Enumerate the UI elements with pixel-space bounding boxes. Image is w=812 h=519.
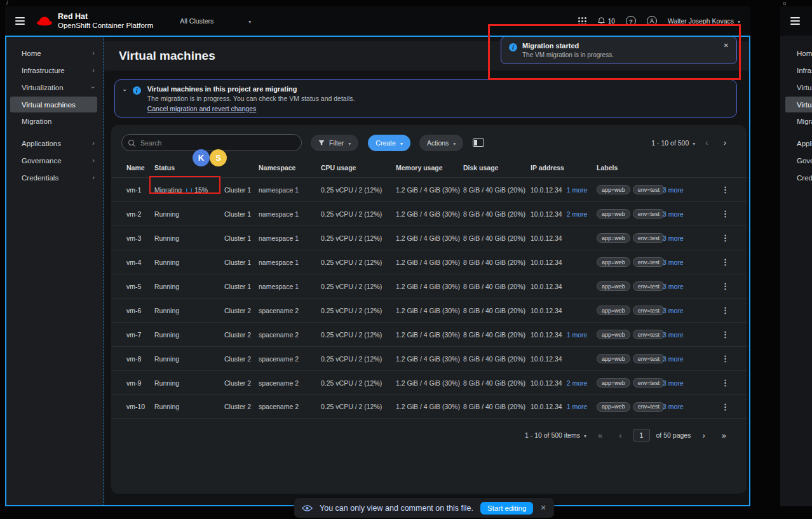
table-row[interactable]: vm-10RunningCluster 2spacename 20.25 vCP… xyxy=(111,394,747,419)
table-row[interactable]: vm-4RunningCluster 1namespace 10.25 vCPU… xyxy=(111,250,747,274)
sidebar-item-infrastructure[interactable]: Infrastructure xyxy=(780,62,812,79)
vm-name: vm-6 xyxy=(126,307,154,314)
kebab-menu-icon[interactable] xyxy=(719,185,731,194)
redhat-logo-icon xyxy=(36,16,53,26)
search-box[interactable] xyxy=(121,134,302,151)
sidebar-item-infrastructure[interactable]: Infrastructure xyxy=(5,62,104,79)
table-row[interactable]: vm-1Migrating15%Cluster 1namespace 10.25… xyxy=(111,177,747,201)
sidebar-item-applications[interactable]: Applications xyxy=(780,135,812,152)
sidebar-item-applications[interactable]: Applications xyxy=(5,135,104,152)
sidebar-item-virtual-machines[interactable]: Virtual machines xyxy=(785,97,812,112)
pagination-range-dropdown[interactable]: 1 - 10 of 500 xyxy=(651,139,695,147)
user-menu[interactable]: Walter Joseph Kovacs xyxy=(668,17,740,25)
labels-more-link[interactable]: 3 more xyxy=(663,186,698,194)
hamburger-menu-icon[interactable] xyxy=(15,17,25,25)
next-page-icon[interactable] xyxy=(719,138,731,147)
ip-more-link[interactable]: 1 more xyxy=(567,403,588,410)
help-icon[interactable] xyxy=(626,16,636,26)
filter-button[interactable]: Filter xyxy=(311,135,358,151)
table-row[interactable]: vm-2RunningCluster 1namespace 10.25 vCPU… xyxy=(111,201,747,226)
sidebar-item-home[interactable]: Home xyxy=(5,44,104,62)
table-row[interactable]: vm-8RunningCluster 2spacename 20.25 vCPU… xyxy=(111,346,747,370)
hamburger-menu-icon[interactable] xyxy=(790,17,800,25)
vm-ip-cell: 10.0.12.341 more xyxy=(531,186,597,194)
vm-status-text: Running xyxy=(154,283,179,290)
page-number-input[interactable] xyxy=(633,429,650,441)
sidebar-item-governance[interactable]: Governance xyxy=(5,152,104,169)
avatar[interactable]: S xyxy=(210,149,227,166)
kebab-menu-icon[interactable] xyxy=(719,378,731,388)
cluster-selector-dropdown[interactable]: All Clusters xyxy=(180,17,251,25)
sidebar-item-home[interactable]: Home xyxy=(780,44,812,62)
prev-page-icon[interactable] xyxy=(614,431,626,440)
labels-more-link[interactable]: 3 more xyxy=(663,379,698,387)
close-icon[interactable] xyxy=(540,504,546,512)
actions-button[interactable]: Actions xyxy=(419,135,463,151)
kebab-menu-icon[interactable] xyxy=(719,402,731,412)
labels-more-link[interactable]: 3 more xyxy=(663,259,698,266)
sidebar-item-virtualization[interactable]: Virtualization xyxy=(780,79,812,96)
avatar[interactable]: K xyxy=(193,149,210,166)
chevron-down-icon[interactable] xyxy=(124,86,126,94)
items-range-dropdown[interactable]: 1 - 10 of 500 items xyxy=(525,431,586,439)
close-icon[interactable] xyxy=(724,42,729,49)
sidebar-item-governance[interactable]: Governance xyxy=(780,152,812,169)
kebab-menu-icon[interactable] xyxy=(719,233,731,243)
search-input[interactable] xyxy=(140,139,295,147)
vm-row-actions xyxy=(719,233,731,243)
ip-more-link[interactable]: 2 more xyxy=(567,379,588,387)
table-row[interactable]: vm-3RunningCluster 1namespace 10.25 vCPU… xyxy=(111,226,747,250)
notifications-button[interactable]: 10 xyxy=(597,17,615,25)
user-avatar-icon[interactable] xyxy=(647,16,657,26)
sidebar-item-label: Governance xyxy=(22,157,62,165)
sidebar-item-credentials[interactable]: Credentials xyxy=(780,169,812,186)
labels-more-link[interactable]: 3 more xyxy=(663,307,698,314)
table-row[interactable]: vm-6RunningCluster 2spacename 20.25 vCPU… xyxy=(111,298,747,322)
manage-columns-icon[interactable] xyxy=(473,138,484,147)
labels-more-link[interactable]: 3 more xyxy=(663,331,698,339)
labels-more-link[interactable]: 3 more xyxy=(663,355,698,363)
cancel-migration-link[interactable]: Cancel migration and revert changes xyxy=(147,105,257,112)
column-header-cpu: CPU usage xyxy=(321,164,396,172)
kebab-menu-icon[interactable] xyxy=(719,330,731,339)
vm-ip-cell: 10.0.12.34 xyxy=(531,283,597,290)
last-page-icon[interactable] xyxy=(717,431,731,440)
labels-more-link[interactable]: 3 more xyxy=(663,403,698,410)
sidebar-item-migration[interactable]: Migration xyxy=(785,113,812,129)
labels-more-link[interactable]: 3 more xyxy=(663,210,698,218)
vm-label: app=web xyxy=(597,330,630,339)
first-page-icon[interactable] xyxy=(593,431,607,440)
labels-more-link[interactable]: 3 more xyxy=(663,283,698,290)
sidebar-item-virtual-machines[interactable]: Virtual machines xyxy=(10,97,97,112)
figma-frame-label: / xyxy=(6,0,8,6)
sidebar-item-label: Home xyxy=(797,50,812,57)
vm-ip-cell: 10.0.12.34 xyxy=(531,234,597,242)
table-row[interactable]: vm-7RunningCluster 2spacename 20.25 vCPU… xyxy=(111,322,747,346)
chevron-down-icon xyxy=(453,139,456,147)
search-icon xyxy=(128,139,135,147)
kebab-menu-icon[interactable] xyxy=(719,306,731,315)
app-launcher-icon[interactable] xyxy=(578,17,586,25)
vm-memory-usage: 1.2 GiB / 4 GiB (30%) xyxy=(396,210,463,218)
sidebar-item-credentials[interactable]: Credentials xyxy=(5,169,104,186)
table-row[interactable]: vm-5RunningCluster 1namespace 10.25 vCPU… xyxy=(111,274,747,298)
create-button[interactable]: Create xyxy=(368,135,410,151)
vm-row-actions xyxy=(719,402,731,412)
kebab-menu-icon[interactable] xyxy=(719,209,731,219)
kebab-menu-icon[interactable] xyxy=(719,354,731,363)
ip-more-link[interactable]: 2 more xyxy=(567,210,588,218)
labels-more-link[interactable]: 3 more xyxy=(663,234,698,242)
table-row[interactable]: vm-9RunningCluster 2spacename 20.25 vCPU… xyxy=(111,370,747,394)
kebab-menu-icon[interactable] xyxy=(719,257,731,267)
vm-status-cell: Running xyxy=(154,331,224,339)
ip-more-link[interactable]: 1 more xyxy=(567,331,588,339)
redhat-brand[interactable]: Red Hat OpenShift Container Platform xyxy=(36,12,153,30)
prev-page-icon[interactable] xyxy=(700,138,713,147)
ip-more-link[interactable]: 1 more xyxy=(567,186,588,194)
kebab-menu-icon[interactable] xyxy=(719,281,731,291)
start-editing-button[interactable]: Start editing xyxy=(480,502,533,515)
sidebar-item-migration[interactable]: Migration xyxy=(10,113,97,129)
next-page-icon[interactable] xyxy=(697,431,710,440)
sidebar-item-virtualization[interactable]: Virtualization xyxy=(5,79,104,96)
vm-migration-progress: 15% xyxy=(194,186,208,194)
